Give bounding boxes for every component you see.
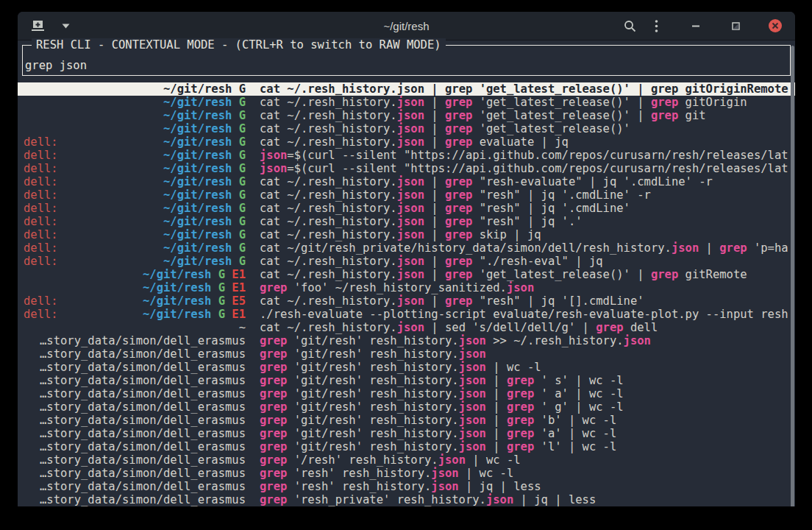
menu-button[interactable] — [647, 16, 666, 35]
command-text: cat ~/git/resh_private/history_data/simo… — [260, 241, 672, 255]
row-directory: …story_data/simon/dell_erasmus — [40, 453, 246, 467]
history-row[interactable]: dell:~/git/resh G cat ~/.resh_history.js… — [18, 215, 795, 228]
match-highlight: json — [260, 149, 287, 162]
command-text: | — [424, 215, 445, 228]
query-input[interactable]: grep json — [23, 59, 790, 72]
row-directory: …story_data/simon/dell_erasmus — [40, 347, 246, 361]
history-row[interactable]: dell:~/git/resh G cat ~/.resh_history.js… — [18, 255, 795, 268]
terminal-window: ~/git/resh — [18, 12, 795, 506]
history-row[interactable]: ~/git/resh G E1 cat ~/.resh_history.json… — [18, 268, 795, 281]
match-highlight: grep — [507, 387, 534, 400]
match-highlight: grep — [507, 400, 534, 414]
match-highlight: grep — [507, 427, 534, 440]
git-flag: G — [211, 294, 225, 308]
command-text: 'resh_private' resh_history. — [287, 493, 486, 506]
history-row[interactable]: ~/git/resh G cat ~/.resh_history.json | … — [18, 109, 795, 122]
match-highlight: json — [438, 453, 466, 467]
new-tab-button[interactable] — [28, 16, 47, 35]
close-button[interactable] — [766, 16, 785, 35]
match-highlight: json — [431, 480, 458, 493]
match-highlight: json — [397, 122, 424, 135]
command-text: "./resh-eval" | jq — [472, 255, 602, 268]
history-row[interactable]: …story_data/simon/dell_erasmus grep 'git… — [18, 427, 795, 440]
history-row[interactable]: dell:~/git/resh G E5 cat ~/.resh_history… — [18, 294, 795, 308]
row-command: grep 'git/resh' resh_history.json | wc -… — [246, 361, 795, 374]
match-highlight: json — [459, 400, 486, 414]
history-row[interactable]: ~ cat ~/.resh_history.json | sed 's/dell… — [18, 321, 795, 334]
history-row[interactable]: ~/git/resh G cat ~/.resh_history.json | … — [18, 96, 795, 109]
history-row[interactable]: ~/git/resh G cat ~/.resh_history.json | … — [18, 82, 795, 96]
history-row[interactable]: dell:~/git/resh G cat ~/.resh_history.js… — [18, 175, 795, 188]
row-directory: ~/git/resh — [163, 228, 232, 241]
tab-dropdown-button[interactable] — [56, 16, 75, 35]
match-highlight: grep — [260, 414, 287, 427]
match-highlight: grep — [445, 122, 472, 135]
history-row[interactable]: …story_data/simon/dell_erasmus grep 'git… — [18, 440, 795, 453]
match-highlight: grep — [260, 334, 287, 347]
history-row[interactable]: …story_data/simon/dell_erasmus grep 'git… — [18, 400, 795, 414]
row-command: grep 'git/resh' resh_history.json >> ~/.… — [246, 334, 795, 347]
history-row[interactable]: …story_data/simon/dell_erasmus grep 'res… — [18, 480, 795, 493]
row-directory: …story_data/simon/dell_erasmus — [40, 387, 246, 400]
command-text: =$(curl --silent "https://api.github.com… — [287, 149, 788, 162]
git-flag: G — [211, 268, 225, 281]
row-location: dell:~/git/resh G — [24, 175, 246, 188]
history-row[interactable]: dell:~/git/resh G cat ~/.resh_history.js… — [18, 228, 795, 241]
history-row[interactable]: dell:~/git/resh G json=$(curl --silent "… — [18, 149, 795, 162]
command-text: 'get_latest_release()' | — [472, 268, 651, 281]
match-highlight: grep — [596, 321, 623, 334]
row-flags: G — [232, 202, 246, 215]
row-location: …story_data/simon/dell_erasmus — [24, 440, 246, 453]
command-text: | sed 's/dell/dell/g' | — [424, 321, 596, 334]
history-row[interactable]: …story_data/simon/dell_erasmus grep 'git… — [18, 387, 795, 400]
command-text: | — [486, 400, 507, 414]
history-row[interactable]: …story_data/simon/dell_erasmus grep 'git… — [18, 374, 795, 387]
restore-button[interactable] — [726, 16, 745, 35]
row-directory: …story_data/simon/dell_erasmus — [40, 400, 246, 414]
row-directory: ~ — [239, 321, 246, 334]
row-directory: ~/git/resh — [163, 215, 232, 228]
command-text: "resh" | jq '.cmdLine' — [472, 202, 630, 215]
row-command: cat ~/.resh_history.json | grep skip | j… — [246, 228, 795, 241]
match-highlight: json — [397, 268, 424, 281]
history-row[interactable]: …story_data/simon/dell_erasmus grep 'res… — [18, 467, 795, 480]
window-title: ~/git/resh — [383, 20, 429, 32]
history-row[interactable]: ~/git/resh G E1 grep 'foo' ~/resh_histor… — [18, 281, 795, 294]
search-button[interactable] — [620, 16, 639, 35]
row-location: dell:~/git/resh G — [24, 162, 246, 175]
command-text: | — [486, 440, 507, 453]
history-row[interactable]: ~/git/resh G cat ~/.resh_history.json | … — [18, 122, 795, 135]
row-directory: …story_data/simon/dell_erasmus — [40, 374, 246, 387]
history-row[interactable]: dell:~/git/resh G cat ~/git/resh_private… — [18, 241, 795, 255]
row-host: dell: — [24, 175, 58, 188]
history-row[interactable]: dell:~/git/resh G cat ~/.resh_history.js… — [18, 188, 795, 202]
match-highlight: grep — [507, 414, 534, 427]
match-highlight: grep — [260, 427, 287, 440]
row-location: dell:~/git/resh G — [24, 228, 246, 241]
history-row[interactable]: …story_data/simon/dell_erasmus grep 'git… — [18, 361, 795, 374]
match-highlight: grep — [445, 255, 472, 268]
row-command: cat ~/.resh_history.json | grep "resh-ev… — [246, 175, 795, 188]
history-row[interactable]: dell:~/git/resh G E1 ./resh-evaluate --p… — [18, 308, 795, 321]
history-row[interactable]: …story_data/simon/dell_erasmus grep '/re… — [18, 453, 795, 467]
history-row[interactable]: dell:~/git/resh G cat ~/.resh_history.js… — [18, 202, 795, 215]
match-highlight: grep — [445, 135, 472, 149]
scrollbar[interactable] — [791, 46, 794, 506]
history-row[interactable]: …story_data/simon/dell_erasmus grep 'git… — [18, 334, 795, 347]
history-row[interactable]: …story_data/simon/dell_erasmus grep 'res… — [18, 493, 795, 506]
row-directory: ~/git/resh — [143, 268, 211, 281]
history-row[interactable]: …story_data/simon/dell_erasmus grep 'git… — [18, 414, 795, 427]
history-row[interactable]: dell:~/git/resh G cat ~/.resh_history.js… — [18, 135, 795, 149]
git-flag: G — [232, 255, 246, 268]
row-command: cat ~/.resh_history.json | grep "resh" |… — [246, 294, 795, 308]
match-highlight: json — [397, 294, 424, 308]
row-directory: …story_data/simon/dell_erasmus — [40, 427, 246, 440]
row-location: …story_data/simon/dell_erasmus — [24, 400, 246, 414]
row-host: dell: — [24, 149, 58, 162]
minimize-button[interactable] — [686, 16, 705, 35]
row-flags: G E1 — [211, 308, 246, 321]
row-directory: ~/git/resh — [163, 82, 232, 96]
history-row[interactable]: dell:~/git/resh G json=$(curl --silent "… — [18, 162, 795, 175]
row-command: cat ~/.resh_history.json | grep "./resh-… — [246, 255, 795, 268]
history-row[interactable]: …story_data/simon/dell_erasmus grep 'git… — [18, 347, 795, 361]
